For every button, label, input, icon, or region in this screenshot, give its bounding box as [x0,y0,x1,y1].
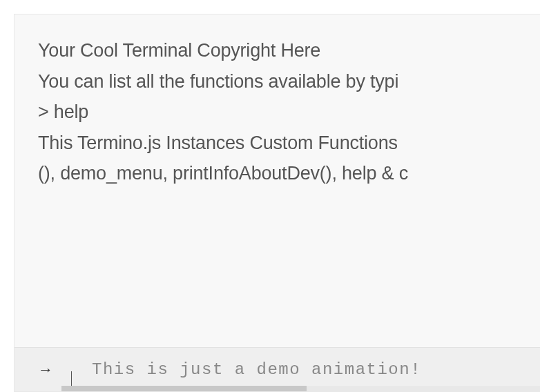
terminal-line: This Termino.js Instances Custom Functio… [38,128,531,159]
terminal-line: You can list all the functions available… [38,66,531,97]
arrow-right-icon: → [38,361,53,379]
terminal-output: Your Cool Terminal Copyright Here You ca… [15,14,540,347]
terminal-line: Your Cool Terminal Copyright Here [38,35,531,66]
scrollbar-thumb[interactable] [61,386,307,391]
terminal-input[interactable] [92,360,538,379]
scrollbar-horizontal[interactable] [61,386,540,391]
terminal-line: (), demo_menu, printInfoAboutDev(), help… [38,158,531,189]
terminal-line: > help [38,97,531,128]
terminal-container: Your Cool Terminal Copyright Here You ca… [14,14,540,392]
terminal-input-area[interactable]: → [15,347,540,391]
